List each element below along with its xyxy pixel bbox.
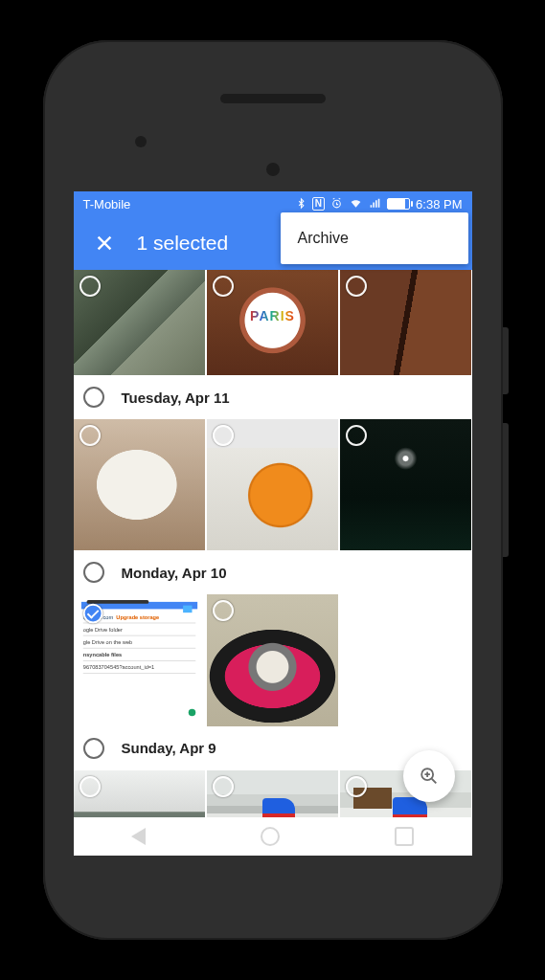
phone-power-button	[503, 327, 509, 394]
cellular-signal-icon	[369, 197, 381, 212]
date-label: Tuesday, Apr 11	[122, 390, 230, 406]
zoom-fab[interactable]	[403, 750, 455, 802]
screen: Archive T-Mobile N 6:38 PM	[74, 191, 472, 856]
wifi-icon	[349, 197, 363, 212]
photo-thumbnail[interactable]: @gmail.com Upgrade storage ogle Drive fo…	[78, 598, 201, 722]
nav-back-icon[interactable]	[131, 828, 146, 845]
alarm-icon	[330, 197, 343, 212]
date-header[interactable]: Tuesday, Apr 11	[74, 375, 472, 419]
menu-item-archive[interactable]: Archive	[281, 218, 468, 258]
photo-thumbnail[interactable]	[207, 594, 338, 725]
phone-frame: Archive T-Mobile N 6:38 PM	[43, 40, 503, 940]
selection-indicator[interactable]	[346, 425, 367, 446]
photo-thumbnail[interactable]	[74, 770, 205, 817]
date-label: Sunday, Apr 9	[122, 740, 216, 756]
photo-thumbnail-wrap: @gmail.com Upgrade storage ogle Drive fo…	[74, 594, 205, 725]
battery-icon	[387, 198, 410, 210]
android-nav-bar	[74, 817, 472, 856]
close-selection-button[interactable]	[85, 224, 124, 262]
clock-label: 6:38 PM	[416, 197, 462, 212]
photo-thumbnail[interactable]	[74, 419, 205, 550]
selection-count-title: 1 selected	[137, 232, 229, 255]
selection-indicator[interactable]	[213, 600, 234, 621]
photo-row	[74, 419, 472, 550]
overflow-menu: Archive	[281, 212, 468, 264]
phone-volume-button	[503, 423, 509, 557]
select-day-ring[interactable]	[83, 738, 104, 759]
photo-thumbnail[interactable]	[207, 270, 338, 375]
phone-sensor-dot	[135, 136, 147, 147]
photo-thumbnail[interactable]	[340, 270, 471, 375]
phone-camera-dot	[266, 163, 280, 176]
photo-thumbnail[interactable]	[207, 770, 338, 817]
photo-thumbnail[interactable]	[74, 270, 205, 375]
photo-list[interactable]: Tuesday, Apr 11 Monday, Apr 10	[74, 270, 472, 817]
selection-indicator[interactable]	[213, 425, 234, 446]
nav-home-icon[interactable]	[261, 827, 280, 846]
empty-cell	[340, 594, 471, 725]
select-day-ring[interactable]	[83, 562, 104, 583]
selection-indicator-checked[interactable]	[82, 604, 102, 624]
selection-indicator[interactable]	[346, 276, 367, 297]
carrier-label: T-Mobile	[83, 197, 131, 212]
selection-indicator[interactable]	[79, 276, 101, 297]
selection-indicator[interactable]	[79, 425, 101, 446]
select-day-ring[interactable]	[83, 387, 104, 408]
selection-indicator[interactable]	[213, 276, 234, 297]
selection-indicator[interactable]	[346, 776, 367, 797]
bluetooth-icon	[296, 197, 307, 212]
nfc-icon: N	[312, 197, 325, 211]
date-label: Monday, Apr 10	[122, 565, 227, 581]
selection-indicator[interactable]	[79, 776, 101, 797]
date-header[interactable]: Monday, Apr 10	[74, 550, 472, 594]
photo-thumbnail[interactable]	[207, 419, 338, 550]
photo-row: @gmail.com Upgrade storage ogle Drive fo…	[74, 594, 472, 725]
photo-row	[74, 270, 472, 375]
photo-thumbnail[interactable]	[340, 419, 471, 550]
selection-indicator[interactable]	[213, 776, 234, 797]
status-right: N 6:38 PM	[296, 197, 463, 212]
nav-recents-icon[interactable]	[395, 827, 414, 846]
